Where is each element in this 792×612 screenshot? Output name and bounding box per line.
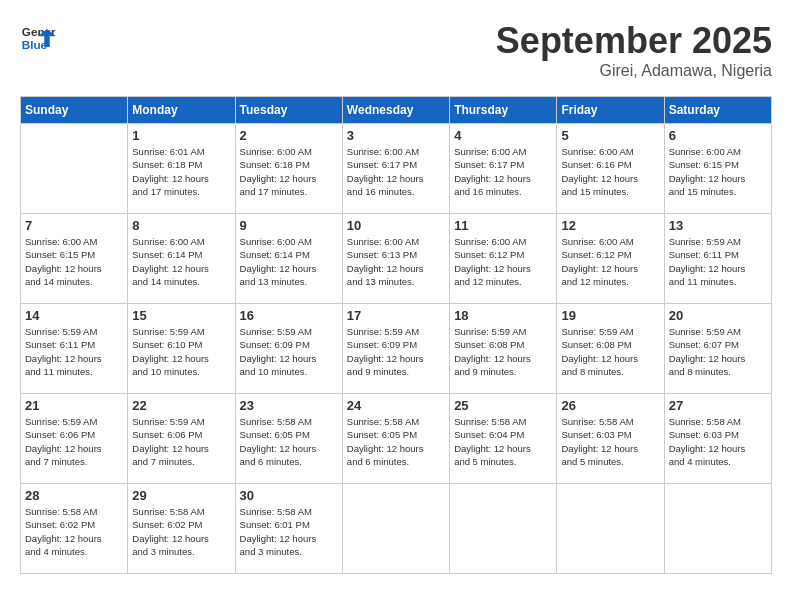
calendar-cell: 17Sunrise: 5:59 AMSunset: 6:09 PMDayligh… [342, 304, 449, 394]
calendar-cell: 19Sunrise: 5:59 AMSunset: 6:08 PMDayligh… [557, 304, 664, 394]
calendar-subtitle: Girei, Adamawa, Nigeria [496, 62, 772, 80]
day-number: 6 [669, 128, 767, 143]
calendar-week-row: 1Sunrise: 6:01 AMSunset: 6:18 PMDaylight… [21, 124, 772, 214]
day-number: 25 [454, 398, 552, 413]
day-info: Sunrise: 5:59 AMSunset: 6:06 PMDaylight:… [132, 415, 230, 468]
day-info: Sunrise: 6:01 AMSunset: 6:18 PMDaylight:… [132, 145, 230, 198]
day-number: 22 [132, 398, 230, 413]
calendar-day-header: Thursday [450, 97, 557, 124]
svg-text:Blue: Blue [22, 38, 48, 51]
calendar-cell: 13Sunrise: 5:59 AMSunset: 6:11 PMDayligh… [664, 214, 771, 304]
calendar-cell: 26Sunrise: 5:58 AMSunset: 6:03 PMDayligh… [557, 394, 664, 484]
calendar-cell [557, 484, 664, 574]
calendar-cell: 16Sunrise: 5:59 AMSunset: 6:09 PMDayligh… [235, 304, 342, 394]
calendar-cell: 21Sunrise: 5:59 AMSunset: 6:06 PMDayligh… [21, 394, 128, 484]
title-block: September 2025 Girei, Adamawa, Nigeria [496, 20, 772, 80]
day-number: 7 [25, 218, 123, 233]
calendar-cell: 1Sunrise: 6:01 AMSunset: 6:18 PMDaylight… [128, 124, 235, 214]
day-info: Sunrise: 6:00 AMSunset: 6:18 PMDaylight:… [240, 145, 338, 198]
calendar-day-header: Friday [557, 97, 664, 124]
day-info: Sunrise: 6:00 AMSunset: 6:14 PMDaylight:… [132, 235, 230, 288]
calendar-cell: 9Sunrise: 6:00 AMSunset: 6:14 PMDaylight… [235, 214, 342, 304]
day-number: 5 [561, 128, 659, 143]
calendar-title: September 2025 [496, 20, 772, 62]
day-number: 9 [240, 218, 338, 233]
day-info: Sunrise: 5:59 AMSunset: 6:10 PMDaylight:… [132, 325, 230, 378]
day-info: Sunrise: 6:00 AMSunset: 6:12 PMDaylight:… [454, 235, 552, 288]
day-info: Sunrise: 6:00 AMSunset: 6:14 PMDaylight:… [240, 235, 338, 288]
calendar-week-row: 21Sunrise: 5:59 AMSunset: 6:06 PMDayligh… [21, 394, 772, 484]
logo-icon: General Blue [20, 20, 56, 56]
day-number: 28 [25, 488, 123, 503]
day-info: Sunrise: 5:59 AMSunset: 6:06 PMDaylight:… [25, 415, 123, 468]
day-number: 20 [669, 308, 767, 323]
calendar-week-row: 7Sunrise: 6:00 AMSunset: 6:15 PMDaylight… [21, 214, 772, 304]
calendar-cell: 10Sunrise: 6:00 AMSunset: 6:13 PMDayligh… [342, 214, 449, 304]
calendar-table: SundayMondayTuesdayWednesdayThursdayFrid… [20, 96, 772, 574]
calendar-cell: 30Sunrise: 5:58 AMSunset: 6:01 PMDayligh… [235, 484, 342, 574]
day-info: Sunrise: 5:59 AMSunset: 6:08 PMDaylight:… [454, 325, 552, 378]
calendar-cell: 8Sunrise: 6:00 AMSunset: 6:14 PMDaylight… [128, 214, 235, 304]
calendar-cell: 28Sunrise: 5:58 AMSunset: 6:02 PMDayligh… [21, 484, 128, 574]
calendar-cell: 27Sunrise: 5:58 AMSunset: 6:03 PMDayligh… [664, 394, 771, 484]
day-number: 24 [347, 398, 445, 413]
day-info: Sunrise: 5:59 AMSunset: 6:07 PMDaylight:… [669, 325, 767, 378]
day-info: Sunrise: 5:58 AMSunset: 6:05 PMDaylight:… [347, 415, 445, 468]
calendar-week-row: 14Sunrise: 5:59 AMSunset: 6:11 PMDayligh… [21, 304, 772, 394]
calendar-cell [450, 484, 557, 574]
day-number: 10 [347, 218, 445, 233]
day-number: 16 [240, 308, 338, 323]
calendar-week-row: 28Sunrise: 5:58 AMSunset: 6:02 PMDayligh… [21, 484, 772, 574]
calendar-cell: 7Sunrise: 6:00 AMSunset: 6:15 PMDaylight… [21, 214, 128, 304]
day-info: Sunrise: 6:00 AMSunset: 6:15 PMDaylight:… [669, 145, 767, 198]
day-number: 21 [25, 398, 123, 413]
day-info: Sunrise: 5:59 AMSunset: 6:11 PMDaylight:… [25, 325, 123, 378]
day-info: Sunrise: 6:00 AMSunset: 6:15 PMDaylight:… [25, 235, 123, 288]
day-number: 17 [347, 308, 445, 323]
day-number: 18 [454, 308, 552, 323]
day-info: Sunrise: 5:59 AMSunset: 6:11 PMDaylight:… [669, 235, 767, 288]
day-info: Sunrise: 6:00 AMSunset: 6:17 PMDaylight:… [347, 145, 445, 198]
day-number: 27 [669, 398, 767, 413]
day-number: 23 [240, 398, 338, 413]
calendar-cell: 25Sunrise: 5:58 AMSunset: 6:04 PMDayligh… [450, 394, 557, 484]
day-info: Sunrise: 5:58 AMSunset: 6:01 PMDaylight:… [240, 505, 338, 558]
calendar-cell: 11Sunrise: 6:00 AMSunset: 6:12 PMDayligh… [450, 214, 557, 304]
day-info: Sunrise: 5:58 AMSunset: 6:03 PMDaylight:… [561, 415, 659, 468]
calendar-header-row: SundayMondayTuesdayWednesdayThursdayFrid… [21, 97, 772, 124]
calendar-cell: 5Sunrise: 6:00 AMSunset: 6:16 PMDaylight… [557, 124, 664, 214]
calendar-cell: 20Sunrise: 5:59 AMSunset: 6:07 PMDayligh… [664, 304, 771, 394]
calendar-day-header: Monday [128, 97, 235, 124]
day-info: Sunrise: 6:00 AMSunset: 6:16 PMDaylight:… [561, 145, 659, 198]
day-info: Sunrise: 6:00 AMSunset: 6:17 PMDaylight:… [454, 145, 552, 198]
calendar-cell: 23Sunrise: 5:58 AMSunset: 6:05 PMDayligh… [235, 394, 342, 484]
calendar-cell [664, 484, 771, 574]
logo: General Blue [20, 20, 56, 56]
day-number: 30 [240, 488, 338, 503]
day-info: Sunrise: 6:00 AMSunset: 6:12 PMDaylight:… [561, 235, 659, 288]
calendar-cell: 29Sunrise: 5:58 AMSunset: 6:02 PMDayligh… [128, 484, 235, 574]
svg-text:General: General [22, 25, 56, 38]
day-number: 4 [454, 128, 552, 143]
day-number: 8 [132, 218, 230, 233]
day-info: Sunrise: 5:59 AMSunset: 6:09 PMDaylight:… [240, 325, 338, 378]
calendar-cell: 22Sunrise: 5:59 AMSunset: 6:06 PMDayligh… [128, 394, 235, 484]
calendar-day-header: Wednesday [342, 97, 449, 124]
day-number: 11 [454, 218, 552, 233]
day-info: Sunrise: 5:59 AMSunset: 6:09 PMDaylight:… [347, 325, 445, 378]
day-number: 29 [132, 488, 230, 503]
day-info: Sunrise: 5:58 AMSunset: 6:02 PMDaylight:… [25, 505, 123, 558]
calendar-cell: 14Sunrise: 5:59 AMSunset: 6:11 PMDayligh… [21, 304, 128, 394]
day-number: 19 [561, 308, 659, 323]
calendar-cell: 18Sunrise: 5:59 AMSunset: 6:08 PMDayligh… [450, 304, 557, 394]
day-info: Sunrise: 5:58 AMSunset: 6:04 PMDaylight:… [454, 415, 552, 468]
calendar-day-header: Tuesday [235, 97, 342, 124]
calendar-cell [21, 124, 128, 214]
day-number: 3 [347, 128, 445, 143]
day-number: 26 [561, 398, 659, 413]
page-header: General Blue September 2025 Girei, Adama… [20, 20, 772, 80]
day-info: Sunrise: 5:58 AMSunset: 6:05 PMDaylight:… [240, 415, 338, 468]
calendar-cell: 12Sunrise: 6:00 AMSunset: 6:12 PMDayligh… [557, 214, 664, 304]
day-number: 13 [669, 218, 767, 233]
day-number: 12 [561, 218, 659, 233]
